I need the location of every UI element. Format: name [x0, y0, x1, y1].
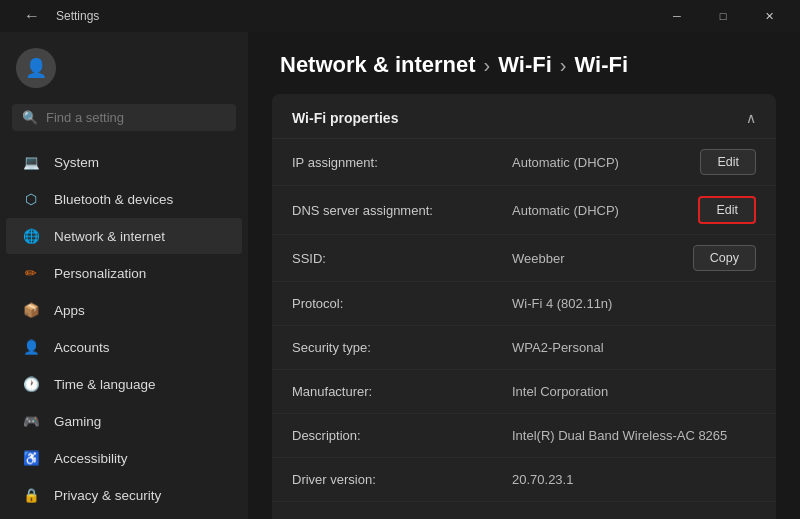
- search-bar: 🔍: [12, 104, 236, 131]
- sidebar-item-personalization[interactable]: ✏Personalization: [6, 255, 242, 291]
- breadcrumb: Network & internet › Wi-Fi › Wi-Fi: [248, 32, 800, 94]
- card-header: Wi-Fi properties ∧: [272, 94, 776, 139]
- content-area: Network & internet › Wi-Fi › Wi-Fi Wi-Fi…: [248, 32, 800, 519]
- accounts-icon: 👤: [22, 338, 40, 356]
- privacy-icon: 🔒: [22, 486, 40, 504]
- prop-label-4: Security type:: [292, 340, 512, 355]
- breadcrumb-sep1: ›: [484, 54, 491, 77]
- prop-row-6: Description:Intel(R) Dual Band Wireless-…: [272, 414, 776, 458]
- app-title: Settings: [56, 9, 99, 23]
- prop-actions-2: Copy: [693, 245, 756, 271]
- sidebar: 👤 🔍 💻System⬡Bluetooth & devices🌐Network …: [0, 32, 248, 519]
- sidebar-label-system: System: [54, 155, 99, 170]
- prop-value-3: Wi-Fi 4 (802.11n): [512, 296, 756, 311]
- sidebar-item-accounts[interactable]: 👤Accounts: [6, 329, 242, 365]
- window-controls: ─ □ ✕: [654, 0, 792, 32]
- sidebar-item-privacy[interactable]: 🔒Privacy & security: [6, 477, 242, 513]
- sidebar-item-time[interactable]: 🕐Time & language: [6, 366, 242, 402]
- prop-row-5: Manufacturer:Intel Corporation: [272, 370, 776, 414]
- sidebar-label-privacy: Privacy & security: [54, 488, 161, 503]
- properties-list: IP assignment:Automatic (DHCP)EditDNS se…: [272, 139, 776, 519]
- sidebar-label-accessibility: Accessibility: [54, 451, 128, 466]
- prop-value-5: Intel Corporation: [512, 384, 756, 399]
- edit-button-0[interactable]: Edit: [700, 149, 756, 175]
- breadcrumb-network: Network & internet: [280, 52, 476, 78]
- prop-value-0: Automatic (DHCP): [512, 155, 700, 170]
- app-layout: 👤 🔍 💻System⬡Bluetooth & devices🌐Network …: [0, 32, 800, 519]
- sidebar-label-network: Network & internet: [54, 229, 165, 244]
- sidebar-label-apps: Apps: [54, 303, 85, 318]
- prop-value-4: WPA2-Personal: [512, 340, 756, 355]
- sidebar-label-accounts: Accounts: [54, 340, 110, 355]
- prop-actions-1: Edit: [698, 196, 756, 224]
- breadcrumb-wifi1: Wi-Fi: [498, 52, 552, 78]
- avatar[interactable]: 👤: [16, 48, 56, 88]
- time-icon: 🕐: [22, 375, 40, 393]
- maximize-button[interactable]: □: [700, 0, 746, 32]
- titlebar: ← Settings ─ □ ✕: [0, 0, 800, 32]
- prop-label-2: SSID:: [292, 251, 512, 266]
- prop-value-7: 20.70.23.1: [512, 472, 756, 487]
- apps-icon: 📦: [22, 301, 40, 319]
- system-icon: 💻: [22, 153, 40, 171]
- prop-label-7: Driver version:: [292, 472, 512, 487]
- prop-label-1: DNS server assignment:: [292, 203, 512, 218]
- prop-row-0: IP assignment:Automatic (DHCP)Edit: [272, 139, 776, 186]
- sidebar-item-bluetooth[interactable]: ⬡Bluetooth & devices: [6, 181, 242, 217]
- back-button[interactable]: ←: [16, 3, 48, 29]
- gaming-icon: 🎮: [22, 412, 40, 430]
- bluetooth-icon: ⬡: [22, 190, 40, 208]
- prop-row-4: Security type:WPA2-Personal: [272, 326, 776, 370]
- sidebar-item-apps[interactable]: 📦Apps: [6, 292, 242, 328]
- prop-actions-0: Edit: [700, 149, 756, 175]
- network-icon: 🌐: [22, 227, 40, 245]
- prop-value-2: Weebber: [512, 251, 693, 266]
- sidebar-item-update[interactable]: ⟳Windows Update: [6, 514, 242, 519]
- prop-value-1: Automatic (DHCP): [512, 203, 698, 218]
- prop-value-6: Intel(R) Dual Band Wireless-AC 8265: [512, 428, 756, 443]
- sidebar-item-system[interactable]: 💻System: [6, 144, 242, 180]
- titlebar-left: ← Settings: [16, 3, 99, 29]
- sidebar-label-time: Time & language: [54, 377, 156, 392]
- breadcrumb-sep2: ›: [560, 54, 567, 77]
- sidebar-item-network[interactable]: 🌐Network & internet: [6, 218, 242, 254]
- search-icon: 🔍: [22, 110, 38, 125]
- sidebar-top: 👤: [0, 40, 248, 104]
- edit-button-1[interactable]: Edit: [698, 196, 756, 224]
- prop-row-2: SSID:WeebberCopy: [272, 235, 776, 282]
- nav-list: 💻System⬡Bluetooth & devices🌐Network & in…: [0, 143, 248, 519]
- minimize-button[interactable]: ─: [654, 0, 700, 32]
- prop-row-8: Network band:2.4 GHz: [272, 502, 776, 519]
- close-button[interactable]: ✕: [746, 0, 792, 32]
- wifi-properties-card: Wi-Fi properties ∧ IP assignment:Automat…: [272, 94, 776, 519]
- sidebar-item-gaming[interactable]: 🎮Gaming: [6, 403, 242, 439]
- prop-label-5: Manufacturer:: [292, 384, 512, 399]
- personalization-icon: ✏: [22, 264, 40, 282]
- prop-row-1: DNS server assignment:Automatic (DHCP)Ed…: [272, 186, 776, 235]
- prop-row-7: Driver version:20.70.23.1: [272, 458, 776, 502]
- prop-label-0: IP assignment:: [292, 155, 512, 170]
- breadcrumb-wifi2: Wi-Fi: [575, 52, 629, 78]
- prop-row-3: Protocol:Wi-Fi 4 (802.11n): [272, 282, 776, 326]
- sidebar-label-bluetooth: Bluetooth & devices: [54, 192, 173, 207]
- collapse-button[interactable]: ∧: [746, 110, 756, 126]
- sidebar-label-personalization: Personalization: [54, 266, 146, 281]
- copy-button-2[interactable]: Copy: [693, 245, 756, 271]
- card-title: Wi-Fi properties: [292, 110, 398, 126]
- sidebar-label-gaming: Gaming: [54, 414, 101, 429]
- sidebar-item-accessibility[interactable]: ♿Accessibility: [6, 440, 242, 476]
- accessibility-icon: ♿: [22, 449, 40, 467]
- prop-label-3: Protocol:: [292, 296, 512, 311]
- search-input[interactable]: [46, 110, 226, 125]
- prop-label-6: Description:: [292, 428, 512, 443]
